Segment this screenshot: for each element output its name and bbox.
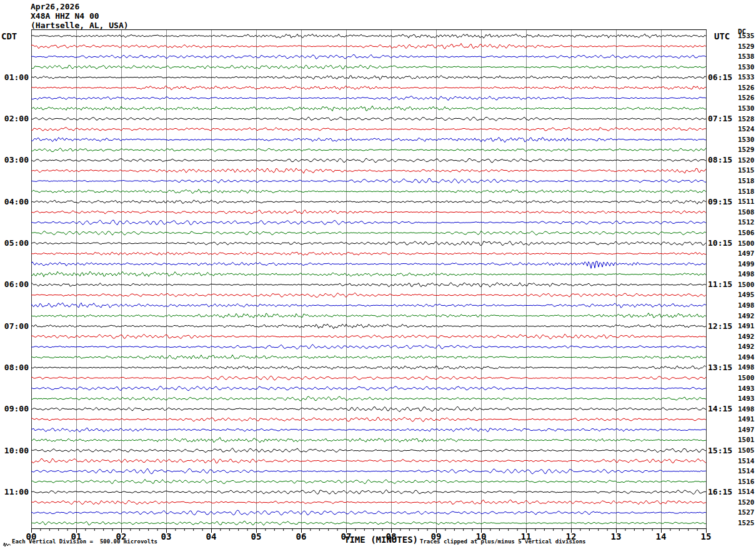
cdt-hour-label: 05:00 bbox=[0, 238, 29, 248]
seismo-trace-0745-green bbox=[31, 355, 706, 359]
seismo-trace-0800-black bbox=[31, 366, 706, 370]
seismo-trace-0430-blue bbox=[31, 220, 706, 225]
dc-value: 1530 bbox=[738, 136, 755, 144]
seismo-trace-0130-blue bbox=[31, 96, 706, 101]
dc-value: 1491 bbox=[738, 416, 755, 423]
seismo-trace-0945-green bbox=[31, 437, 706, 443]
seismo-trace-1115-red bbox=[31, 500, 706, 505]
seismo-trace-0115-red bbox=[31, 86, 706, 89]
seismo-trace-0845-green bbox=[31, 396, 706, 401]
seismo-trace-0830-blue bbox=[31, 386, 706, 391]
seismo-trace-0630-blue bbox=[31, 303, 706, 308]
dc-value: 1498 bbox=[738, 364, 755, 371]
dc-value: 1527 bbox=[738, 509, 755, 516]
cdt-hour-label: 11:00 bbox=[0, 487, 29, 497]
cdt-hour-label: 09:00 bbox=[0, 404, 29, 414]
dc-value: 1535 bbox=[738, 33, 755, 40]
cdt-hour-label: 10:00 bbox=[0, 446, 29, 456]
dc-value: 1515 bbox=[738, 167, 755, 174]
x-tick-label: 15 bbox=[698, 532, 714, 541]
seismo-trace-0545-green bbox=[31, 271, 706, 277]
dc-value: 1511 bbox=[738, 198, 755, 206]
dc-value: 1499 bbox=[738, 261, 755, 268]
scale-mark-icon bbox=[3, 541, 11, 548]
dc-value: 1529 bbox=[738, 146, 755, 154]
x-tick-label: 04 bbox=[203, 532, 219, 541]
utc-hour-label: 13:15 bbox=[708, 363, 732, 373]
cdt-hour-label: 06:00 bbox=[0, 280, 29, 290]
seismo-trace-0415-red bbox=[31, 210, 706, 214]
dc-value: 1518 bbox=[738, 188, 755, 196]
dc-value: 1500 bbox=[738, 281, 755, 289]
seismo-trace-1130-blue bbox=[31, 510, 706, 515]
seismo-trace-0500-black bbox=[31, 241, 706, 246]
x-tick-label: 06 bbox=[293, 532, 309, 541]
dc-value: 1526 bbox=[738, 84, 755, 92]
dc-value: 1500 bbox=[738, 240, 755, 248]
dc-value: 1505 bbox=[738, 447, 755, 455]
cdt-hour-label: 01:00 bbox=[0, 73, 29, 83]
clip-note: Traces clipped at plus/minus 5 vertical … bbox=[420, 538, 586, 545]
cdt-hour-label: 04:00 bbox=[0, 197, 29, 207]
utc-hour-label: 10:15 bbox=[708, 238, 732, 248]
station-location: (Hartselle, AL, USA) bbox=[31, 21, 129, 30]
utc-hour-label: 08:15 bbox=[708, 155, 732, 165]
seismo-trace-1100-black bbox=[31, 490, 706, 494]
seismo-trace-0230-blue bbox=[31, 138, 706, 143]
dc-value: 1524 bbox=[738, 126, 755, 133]
seismo-trace-0030-blue bbox=[31, 54, 706, 59]
dc-value: 1529 bbox=[738, 43, 755, 51]
dc-value: 1520 bbox=[738, 499, 755, 506]
seismo-trace-0200-black bbox=[31, 117, 706, 121]
seismo-trace-0815-red bbox=[31, 376, 706, 380]
seismo-trace-1030-blue bbox=[31, 468, 706, 474]
helicorder-page: Apr26,2026 X48A HHZ N4 00 (Hartselle, AL… bbox=[0, 0, 756, 554]
dc-value: 1498 bbox=[738, 302, 755, 310]
seismo-trace-1145-green bbox=[31, 521, 706, 525]
dc-value: 1497 bbox=[738, 426, 755, 434]
cdt-hour-label: 02:00 bbox=[0, 114, 29, 124]
seismogram-plot bbox=[31, 29, 707, 533]
station-code: X48A HHZ N4 00 bbox=[31, 11, 99, 21]
seismo-trace-0245-green bbox=[31, 148, 706, 152]
seismo-trace-0400-black bbox=[31, 200, 706, 204]
seismo-trace-1045-green bbox=[31, 479, 706, 483]
dc-value: 1506 bbox=[738, 229, 755, 237]
seismo-trace-0215-red bbox=[31, 128, 706, 131]
x-axis-title: TIME (MINUTES) bbox=[344, 535, 418, 545]
dc-value: 1514 bbox=[738, 458, 755, 465]
seismo-trace-0715-red bbox=[31, 334, 706, 339]
cdt-hour-label: 03:00 bbox=[0, 155, 29, 165]
seismo-trace-0915-red bbox=[31, 417, 706, 421]
seismo-trace-0045-green bbox=[31, 65, 706, 69]
dc-value: 1491 bbox=[738, 323, 755, 330]
cdt-label: CDT bbox=[1, 31, 17, 41]
scale-note: Each Vertical Division = 500.00 microvol… bbox=[12, 538, 157, 545]
x-tick-label: 13 bbox=[608, 532, 624, 541]
x-tick-label: 03 bbox=[158, 532, 174, 541]
dc-value: 1525 bbox=[738, 520, 755, 527]
seismo-trace-1015-red bbox=[31, 458, 706, 463]
seismo-trace-0330-blue bbox=[31, 178, 706, 183]
utc-hour-label: 14:15 bbox=[708, 404, 732, 414]
dc-value: 1495 bbox=[738, 291, 755, 299]
seismo-trace-0100-black bbox=[31, 76, 706, 80]
dc-value: 1492 bbox=[738, 343, 755, 351]
dc-value: 1492 bbox=[738, 333, 755, 341]
dc-value: 1533 bbox=[738, 74, 755, 81]
utc-hour-label: 06:15 bbox=[708, 73, 732, 83]
seismo-trace-0645-green bbox=[31, 313, 706, 318]
seismo-trace-0900-black bbox=[31, 406, 706, 411]
cdt-hour-label: 08:00 bbox=[0, 363, 29, 373]
seismo-trace-0530-blue bbox=[31, 261, 706, 268]
dc-value: 1526 bbox=[738, 94, 755, 102]
dc-value: 1516 bbox=[738, 478, 755, 486]
utc-hour-label: 11:15 bbox=[708, 280, 732, 290]
seismo-trace-0315-red bbox=[31, 168, 706, 173]
seismo-trace-0145-green bbox=[31, 106, 706, 111]
seismo-trace-0515-red bbox=[31, 252, 706, 255]
seismo-trace-0730-blue bbox=[31, 345, 706, 350]
dc-value: 1514 bbox=[738, 468, 755, 475]
plot-date: Apr26,2026 bbox=[31, 2, 79, 11]
seismo-trace-0700-black bbox=[31, 324, 706, 329]
